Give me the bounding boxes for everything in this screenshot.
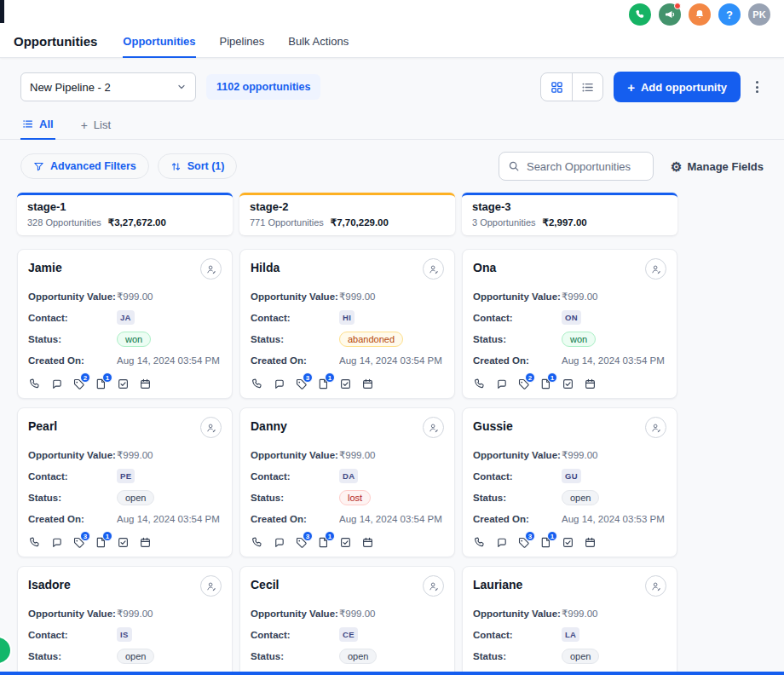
stage-name: stage-3 <box>472 200 667 213</box>
stage-header-card[interactable]: stage-3 3 Opportunities ₹2,997.00 <box>462 193 677 235</box>
notifications-button[interactable] <box>689 3 711 26</box>
tag-icon[interactable]: 3 <box>72 536 85 549</box>
tasks-icon[interactable] <box>339 378 352 390</box>
tag-icon[interactable]: 2 <box>72 378 85 390</box>
card-header: Cecil <box>251 575 444 597</box>
tasks-icon[interactable] <box>117 536 130 549</box>
advanced-filters-button[interactable]: Advanced Filters <box>20 153 149 179</box>
contact-avatar[interactable]: DA <box>339 469 358 483</box>
call-icon[interactable] <box>473 378 486 390</box>
opportunity-card[interactable]: Cecil Opportunity Value: ₹999.00 Contact… <box>239 566 455 675</box>
tab-pipelines[interactable]: Pipelines <box>220 26 265 58</box>
calendar-icon[interactable] <box>139 378 152 390</box>
contact-avatar[interactable]: JA <box>117 310 135 325</box>
message-icon[interactable] <box>273 378 285 390</box>
manage-fields-button[interactable]: ⚙ Manage Fields <box>671 160 764 173</box>
tag-icon[interactable]: 3 <box>295 378 308 390</box>
horizontal-scrollbar[interactable] <box>0 672 784 675</box>
opportunity-card[interactable]: Isadore Opportunity Value: ₹999.00 Conta… <box>17 566 233 675</box>
tasks-icon[interactable] <box>339 536 352 549</box>
user-avatar[interactable]: PK <box>748 3 770 26</box>
assign-user-button[interactable] <box>423 575 444 597</box>
calendar-icon[interactable] <box>584 378 597 390</box>
card-header: Isadore <box>28 575 222 597</box>
status-label: Status: <box>28 493 117 503</box>
tag-icon[interactable]: 3 <box>517 536 530 549</box>
notes-icon[interactable]: 1 <box>539 536 552 549</box>
more-options-button[interactable] <box>751 78 764 96</box>
call-icon[interactable] <box>473 536 486 549</box>
tab-opportunities[interactable]: Opportunities <box>123 26 195 58</box>
message-icon[interactable] <box>495 536 508 549</box>
contact-label: Contact: <box>473 471 562 482</box>
opportunity-card[interactable]: Lauriane Opportunity Value: ₹999.00 Cont… <box>462 566 677 675</box>
sort-button[interactable]: Sort (1) <box>158 153 238 179</box>
notification-dot <box>674 3 681 9</box>
message-icon[interactable] <box>50 536 63 549</box>
opportunity-card[interactable]: Hilda Opportunity Value: ₹999.00 Contact… <box>239 249 455 399</box>
contact-avatar[interactable]: CE <box>339 627 358 642</box>
opportunity-card[interactable]: Ona Opportunity Value: ₹999.00 Contact: … <box>462 249 677 399</box>
assign-user-button[interactable] <box>200 258 222 280</box>
announcements-button[interactable] <box>659 3 681 26</box>
contact-avatar[interactable]: GU <box>562 469 581 483</box>
calendar-icon[interactable] <box>584 536 597 549</box>
tab-all[interactable]: All <box>20 112 55 140</box>
opportunity-card[interactable]: Gussie Opportunity Value: ₹999.00 Contac… <box>462 407 677 557</box>
list-view-button[interactable] <box>572 73 602 101</box>
search-input[interactable] <box>527 160 644 173</box>
message-icon[interactable] <box>273 536 285 549</box>
assign-user-button[interactable] <box>645 575 666 597</box>
calendar-icon[interactable] <box>361 536 374 549</box>
stage-header-card[interactable]: stage-2 771 Opportunities ₹7,70,229.00 <box>239 193 455 235</box>
call-icon[interactable] <box>251 536 263 549</box>
contact-avatar[interactable]: LA <box>562 627 579 642</box>
tag-icon[interactable]: 2 <box>517 378 530 390</box>
message-icon[interactable] <box>495 378 508 390</box>
notes-icon[interactable]: 1 <box>317 378 330 390</box>
notes-icon[interactable]: 1 <box>539 378 552 390</box>
assign-user-button[interactable] <box>423 417 444 438</box>
calendar-icon[interactable] <box>139 536 152 549</box>
person-edit-icon <box>428 422 440 434</box>
plus-icon: + <box>627 81 635 94</box>
add-opportunity-button[interactable]: + Add opportunity <box>614 72 741 102</box>
tag-icon[interactable]: 3 <box>295 536 308 549</box>
call-icon[interactable] <box>28 536 41 549</box>
grid-view-button[interactable] <box>541 73 572 101</box>
contact-avatar[interactable]: ON <box>562 310 581 325</box>
contact-avatar[interactable]: HI <box>339 310 355 325</box>
assign-user-button[interactable] <box>423 258 444 280</box>
opportunity-value: ₹999.00 <box>562 608 598 620</box>
tasks-icon[interactable] <box>562 378 574 390</box>
tab-bulk-actions[interactable]: Bulk Actions <box>288 26 349 58</box>
opportunity-card[interactable]: Danny Opportunity Value: ₹999.00 Contact… <box>239 407 455 557</box>
notes-icon[interactable]: 1 <box>95 536 107 549</box>
opportunity-card[interactable]: Jamie Opportunity Value: ₹999.00 Contact… <box>17 249 233 399</box>
assign-user-button[interactable] <box>200 417 222 438</box>
notes-icon[interactable]: 1 <box>317 536 330 549</box>
notes-icon[interactable]: 1 <box>95 378 107 390</box>
pipeline-select[interactable]: New Pipeline - 2 <box>20 72 196 101</box>
message-icon[interactable] <box>50 378 63 390</box>
assign-user-button[interactable] <box>200 575 222 597</box>
status-row: Status: won <box>28 328 222 349</box>
stage-total: ₹2,997.00 <box>543 216 587 228</box>
calendar-icon[interactable] <box>361 378 374 390</box>
call-icon[interactable] <box>28 378 41 390</box>
opportunity-name: Hilda <box>251 258 280 274</box>
assign-user-button[interactable] <box>645 417 666 438</box>
help-button[interactable]: ? <box>718 3 741 26</box>
call-icon[interactable] <box>251 378 263 390</box>
tasks-icon[interactable] <box>117 378 130 390</box>
stage-header-card[interactable]: stage-1 328 Opportunities ₹3,27,672.00 <box>17 193 233 235</box>
add-list-button[interactable]: + List <box>79 113 112 139</box>
assign-user-button[interactable] <box>645 258 666 280</box>
contact-row: Contact: PE <box>28 465 222 487</box>
contact-avatar[interactable]: IS <box>117 627 132 642</box>
value-label: Opportunity Value: <box>473 609 562 619</box>
opportunity-card[interactable]: Pearl Opportunity Value: ₹999.00 Contact… <box>17 407 233 557</box>
contact-avatar[interactable]: PE <box>117 469 135 483</box>
tasks-icon[interactable] <box>562 536 574 549</box>
dialer-button[interactable] <box>629 3 651 26</box>
